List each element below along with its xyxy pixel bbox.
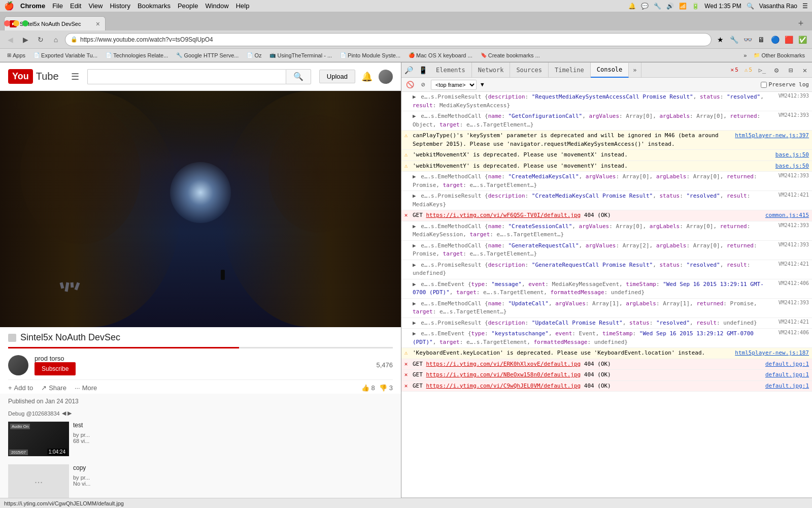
- tab-network[interactable]: Network: [472, 62, 511, 77]
- people-menu[interactable]: People: [178, 2, 198, 10]
- source-link-3[interactable]: html5player-new.js:397: [735, 132, 809, 139]
- maximize-window-button[interactable]: [22, 20, 28, 26]
- hamburger-menu-icon[interactable]: ☰: [71, 71, 79, 82]
- channel-name[interactable]: prod torso: [35, 355, 370, 362]
- source-link-8[interactable]: common.js:415: [765, 212, 809, 218]
- devtools-dock-icon[interactable]: ⊟: [784, 63, 798, 77]
- extension-icon-6[interactable]: ✅: [797, 34, 808, 45]
- close-window-button[interactable]: [4, 20, 10, 26]
- other-bookmarks[interactable]: 📁 Other Bookmarks: [751, 51, 808, 59]
- bookmark-terminal[interactable]: 📺 UsingTheTerminal - ...: [266, 51, 335, 59]
- console-filter-icon[interactable]: ▷_: [755, 63, 769, 77]
- console-output[interactable]: ▶ e….s.PromiseResult {description: "Requ…: [401, 92, 812, 497]
- bookmark-apps[interactable]: ⊞ Apps: [4, 51, 28, 59]
- extension-icon-5[interactable]: 🟥: [783, 34, 794, 45]
- error-url-8[interactable]: https://i.ytimg.com/vi/wF6Q5G-TV0I/defau…: [426, 212, 581, 218]
- forward-button[interactable]: ▶: [19, 34, 31, 46]
- error-url-19[interactable]: https://i.ytimg.com/vi/C9wQhJEL0VM/defau…: [426, 383, 581, 389]
- extension-icon-2[interactable]: 👓: [742, 34, 753, 45]
- search-icon[interactable]: 🔍: [747, 3, 754, 10]
- debug-arrows[interactable]: ◀ ▶: [62, 410, 72, 417]
- search-button[interactable]: 🔍: [286, 69, 311, 84]
- bookmark-oz[interactable]: 📄 Oz: [244, 51, 264, 59]
- like-button[interactable]: 👍 8: [361, 384, 375, 392]
- more-button[interactable]: ··· More: [75, 384, 97, 392]
- extension-icon-4[interactable]: 🔵: [769, 34, 781, 45]
- expand-icon-9[interactable]: ▶: [413, 223, 416, 231]
- refresh-button[interactable]: ↻: [35, 34, 47, 46]
- devtools-settings-icon[interactable]: ⚙: [769, 63, 784, 77]
- help-menu[interactable]: Help: [236, 2, 250, 10]
- volume-icon[interactable]: 🔊: [666, 3, 674, 10]
- source-link-4[interactable]: base.js:50: [775, 151, 809, 158]
- expand-icon-10[interactable]: ▶: [413, 242, 416, 250]
- messages-icon[interactable]: 💬: [641, 3, 649, 10]
- notification-icon[interactable]: 🔔: [628, 3, 636, 10]
- file-menu[interactable]: File: [52, 2, 63, 10]
- filter-toggle-button[interactable]: ⊘: [418, 79, 429, 90]
- star-icon[interactable]: ★: [715, 34, 726, 45]
- upload-button[interactable]: Upload: [319, 70, 355, 83]
- expand-icon-2[interactable]: ▶: [413, 112, 416, 121]
- source-link-19[interactable]: default.jpg:1: [765, 383, 809, 389]
- expand-icon-15[interactable]: ▶: [413, 330, 416, 338]
- error-url-18[interactable]: https://i.ytimg.com/vi/NBeOxw158n0/defau…: [426, 371, 581, 378]
- user-avatar[interactable]: [379, 70, 393, 84]
- tab-close-button[interactable]: ×: [96, 20, 100, 28]
- app-name-menu[interactable]: Chrome: [20, 2, 45, 10]
- expand-icon-1[interactable]: ▶: [413, 93, 416, 102]
- bookmark-macos[interactable]: 🍎 Mac OS X keyboard ...: [405, 51, 476, 59]
- progress-bar[interactable]: [8, 347, 393, 348]
- tab-more[interactable]: »: [629, 62, 641, 77]
- battery-icon[interactable]: 🔋: [692, 3, 699, 10]
- bookmark-technologies[interactable]: 📄 Technologies Relate...: [103, 51, 171, 59]
- devtools-inspect-icon[interactable]: 🔎: [401, 63, 416, 77]
- dislike-button[interactable]: 👎 3: [379, 384, 393, 392]
- history-menu[interactable]: History: [110, 2, 130, 10]
- source-link-17[interactable]: default.jpg:1: [765, 361, 809, 367]
- source-link-18[interactable]: default.jpg:1: [765, 371, 809, 378]
- edit-menu[interactable]: Edit: [70, 2, 81, 10]
- frame-dropdown-arrow[interactable]: ▼: [481, 81, 484, 88]
- share-button[interactable]: ↗ Share: [41, 384, 66, 392]
- error-url-17[interactable]: https://i.ytimg.com/vi/ERK0hXlxovE/defau…: [426, 361, 581, 367]
- back-button[interactable]: ◀: [4, 34, 16, 46]
- expand-icon-13[interactable]: ▶: [413, 300, 416, 308]
- expand-icon-7[interactable]: ▶: [413, 192, 416, 201]
- bookmark-google-http[interactable]: 🔧 Google HTTP Serve...: [173, 51, 242, 59]
- expand-icon-12[interactable]: ▶: [413, 280, 416, 289]
- view-menu[interactable]: View: [88, 2, 103, 10]
- source-link-16[interactable]: html5player-new.js:187: [735, 350, 809, 356]
- tab-sources[interactable]: Sources: [510, 62, 549, 77]
- bookmark-exported-variable[interactable]: 📄 Exported Variable Tu...: [30, 51, 100, 59]
- subscribe-button[interactable]: Subscribe: [35, 362, 76, 375]
- add-to-button[interactable]: + Add to: [8, 384, 33, 392]
- preserve-log-checkbox[interactable]: [761, 82, 767, 88]
- extension-icon-1[interactable]: 🔧: [728, 34, 739, 45]
- minimize-window-button[interactable]: [13, 20, 19, 26]
- bookmark-create[interactable]: 🔖 Create bookmarks ...: [478, 51, 543, 59]
- extension-icon-3[interactable]: 🖥: [756, 34, 767, 45]
- video-player[interactable]: [0, 91, 401, 327]
- expand-icon-6[interactable]: ▶: [413, 173, 416, 181]
- apple-menu[interactable]: 🍎: [4, 1, 14, 11]
- notification-bell-icon[interactable]: 🔔: [361, 71, 373, 82]
- devtools-mobile-icon[interactable]: 📱: [416, 63, 430, 77]
- tab-console[interactable]: Console: [591, 63, 629, 78]
- more-bookmarks-button[interactable]: »: [741, 51, 749, 59]
- list-icon[interactable]: ☰: [802, 3, 808, 10]
- wifi-icon[interactable]: 📶: [679, 3, 687, 10]
- window-menu[interactable]: Window: [205, 2, 228, 10]
- url-bar[interactable]: 🔒 https://www.youtube.com/watch?v=tsO9Sq…: [65, 33, 712, 46]
- channel-thumbnail[interactable]: [8, 355, 28, 375]
- preserve-log-label[interactable]: Preserve log: [761, 81, 809, 88]
- recommended-video-2[interactable]: ··· copy by pr... No vi...: [0, 460, 401, 503]
- expand-icon-14[interactable]: ▶: [413, 319, 416, 328]
- frame-selector[interactable]: <top frame>: [431, 80, 477, 90]
- bookmarks-menu[interactable]: Bookmarks: [138, 2, 171, 10]
- search-input[interactable]: [87, 69, 286, 84]
- tab-timeline[interactable]: Timeline: [549, 62, 591, 77]
- new-tab-button[interactable]: +: [794, 16, 808, 30]
- recommended-video-1[interactable]: Audio On 2015/07 1:04:24 test by pr... 6…: [0, 418, 401, 460]
- expand-icon-11[interactable]: ▶: [413, 261, 416, 270]
